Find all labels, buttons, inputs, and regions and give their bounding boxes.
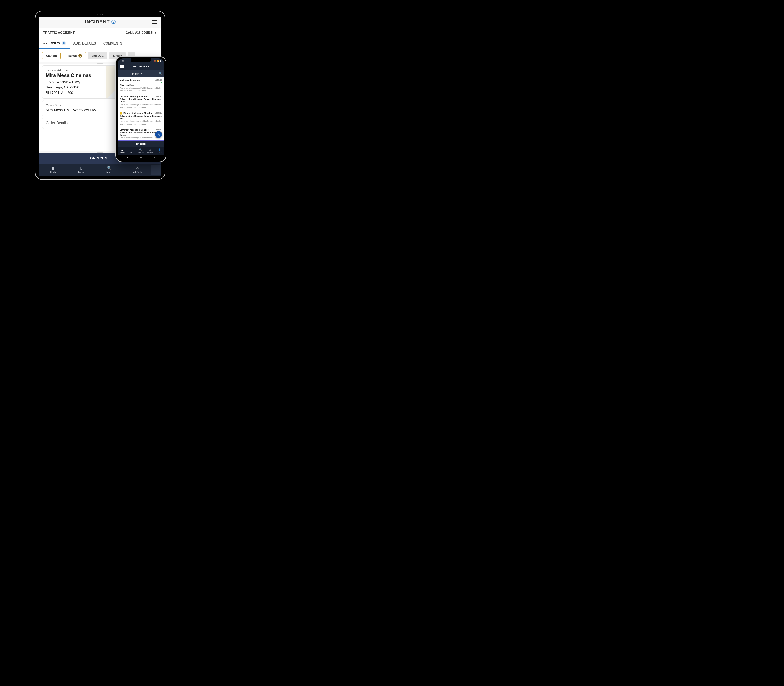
tab-details[interactable]: ADD. DETAILS: [70, 38, 100, 49]
message-subject: Subject Line - Because Subject Lines Are…: [120, 115, 162, 120]
hamburger-icon[interactable]: [121, 65, 124, 68]
chip-count: 1: [78, 54, 82, 57]
nav-label: Incident: [147, 152, 153, 154]
nav-maps[interactable]: ▯ Maps: [67, 165, 95, 175]
message-sender: Different Message Sender: [120, 95, 149, 98]
alert-icon: ⚠: [136, 166, 139, 170]
incident-category: TRAFFIC ACCIDENT: [43, 31, 75, 35]
tablet-camera-dots: [93, 13, 107, 15]
inbox-selector[interactable]: INBOX ▼: [118, 70, 157, 77]
tab-label: OVERVIEW: [42, 41, 60, 45]
message-time: 12:55:10: [155, 112, 162, 114]
inbox-selector-bar: INBOX ▼ 🔍: [118, 70, 164, 77]
tab-label: COMMENTS: [103, 42, 122, 45]
message-time: 12:55:10: [155, 129, 162, 131]
alert-icon: ⚠: [149, 149, 151, 151]
nav-label: Search: [138, 152, 143, 154]
call-number: CALL #18-000535: [126, 31, 152, 35]
home-icon[interactable]: ○: [140, 156, 142, 159]
nav-maps[interactable]: ▯ Maps: [127, 148, 136, 154]
car-icon: ▮: [52, 166, 54, 170]
back-button[interactable]: ←: [43, 19, 49, 25]
page-title: INCIDENT: [85, 19, 109, 25]
inbox-label: INBOX: [132, 72, 140, 75]
phone-device: 4:19 🔕 📶 ▮ MAILBOXES INBOX ▼ 🔍: [115, 56, 167, 162]
search-button[interactable]: 🔍: [157, 70, 164, 77]
header-title-wrap: INCIDENT 3: [85, 19, 115, 25]
message-sender: Matthew Jones Jr.: [120, 79, 140, 81]
message-item[interactable]: Matthew Jones Jr. 12:55:10 ⚑ Short and S…: [118, 77, 164, 94]
chip-label: Hazmat: [67, 54, 77, 57]
nav-dispatch[interactable]: ▲ Dispatch: [118, 148, 127, 154]
message-preview: This is a mail message. Field Officers n…: [120, 103, 162, 108]
user-icon: 👤: [158, 149, 161, 151]
phone-status-banner[interactable]: ON SITE: [118, 140, 164, 147]
chip-hazmat[interactable]: Hazmat 1: [63, 52, 86, 59]
nav-search[interactable]: 🔍 Search: [136, 148, 145, 154]
call-selector[interactable]: CALL #18-000535 ▼: [126, 31, 157, 35]
chip-2nd-loc[interactable]: 2nd LOC: [88, 52, 107, 59]
tab-label: ADD. DETAILS: [73, 42, 96, 45]
phone-header: MAILBOXES: [118, 63, 164, 70]
flag-icon: ⚑: [155, 82, 162, 84]
back-icon[interactable]: ◁: [127, 156, 129, 159]
phone-screen: 4:19 🔕 📶 ▮ MAILBOXES INBOX ▼ 🔍: [118, 59, 164, 160]
nav-cruiser[interactable]: 👤 Cruiser: [155, 148, 164, 154]
nav-units[interactable]: ▮ Units: [39, 165, 67, 175]
android-system-bar: ◁ ○ □: [118, 155, 164, 160]
nav-more[interactable]: [152, 165, 161, 175]
message-list[interactable]: Matthew Jones Jr. 12:55:10 ⚑ Short and S…: [118, 77, 164, 140]
hamburger-icon[interactable]: [152, 20, 157, 24]
nav-label: Cruiser: [157, 152, 162, 154]
nav-label: Units: [50, 171, 56, 174]
message-item[interactable]: Different Message Sender 12:55:10 Subjec…: [118, 94, 164, 110]
recent-icon[interactable]: □: [153, 156, 155, 159]
nav-label: Maps: [78, 171, 84, 174]
search-icon: 🔍: [139, 149, 142, 151]
pencil-icon: ✎: [157, 133, 160, 137]
status-text: ON SITE: [136, 143, 146, 145]
battery-icon: ▮: [160, 60, 161, 62]
phone-notch: [131, 59, 151, 62]
tab-comments[interactable]: COMMENTS: [100, 38, 126, 49]
chevron-down-icon: ▼: [154, 31, 157, 34]
nav-search[interactable]: 🔍 Search: [95, 165, 124, 175]
phone-bottom-nav: ▲ Dispatch ▯ Maps 🔍 Search ⚠ Incident 👤 …: [118, 147, 164, 155]
message-preview: This is a mail message. Field Officers n…: [120, 137, 162, 140]
message-item[interactable]: !Different Message Sender 12:55:10 Subje…: [118, 110, 164, 127]
mute-icon: 🔕: [154, 60, 157, 62]
status-icons: 🔕 📶 ▮: [154, 60, 161, 62]
chip-caution[interactable]: Caution: [42, 52, 60, 59]
nav-incident[interactable]: ⚠ Incident: [145, 148, 155, 154]
tab-bar: OVERVIEW 3 ADD. DETAILS COMMENTS: [39, 38, 161, 49]
search-icon: 🔍: [159, 72, 162, 75]
priority-icon: !: [120, 112, 122, 114]
message-preview: This is a mail message. Field Officers n…: [120, 120, 162, 125]
message-time: 12:55:10: [155, 79, 162, 81]
tablet-bottom-nav: ▮ Units ▯ Maps 🔍 Search ⚠ All Calls: [39, 164, 161, 176]
nav-label: All Calls: [133, 171, 142, 174]
chip-label: Caution: [46, 54, 57, 57]
map-icon: ▯: [80, 166, 82, 170]
nav-label: Search: [105, 171, 113, 174]
dispatch-icon: ▲: [121, 149, 124, 151]
message-subject: Short and Sweet: [120, 84, 162, 87]
signal-icon: 📶: [157, 60, 160, 62]
map-icon: ▯: [131, 149, 132, 151]
nav-allcalls[interactable]: ⚠ All Calls: [123, 165, 152, 175]
message-sender: !Different Message Sender: [120, 112, 152, 114]
chip-label: 2nd LOC: [91, 54, 103, 57]
header-badge: 3: [111, 20, 116, 24]
message-sender: Different Message Sender: [120, 129, 149, 131]
nav-label: Dispatch: [119, 152, 125, 154]
message-time: 12:55:10: [155, 95, 162, 98]
header-title: MAILBOXES: [132, 65, 149, 68]
tab-badge: 3: [62, 41, 66, 45]
tablet-header: ← INCIDENT 3: [39, 16, 161, 28]
search-icon: 🔍: [107, 166, 111, 170]
compose-fab[interactable]: ✎: [155, 131, 162, 138]
clock: 4:19: [121, 60, 124, 62]
message-preview: This is a mail message. Field Officers n…: [120, 87, 162, 92]
tablet-subheader: TRAFFIC ACCIDENT CALL #18-000535 ▼: [39, 28, 161, 38]
tab-overview[interactable]: OVERVIEW 3: [39, 38, 70, 49]
